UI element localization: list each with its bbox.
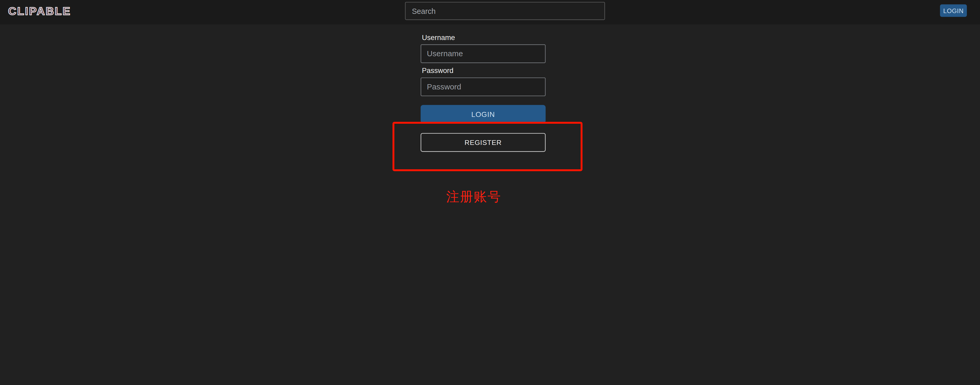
navbar-login-button[interactable]: LOGIN <box>940 5 967 17</box>
register-button[interactable]: REGISTER <box>420 133 546 152</box>
annotation-text: 注册账号 <box>446 189 501 204</box>
username-label: Username <box>422 33 455 42</box>
clipable-logo[interactable]: CLIPABLE <box>8 5 71 18</box>
search-input[interactable] <box>405 2 605 20</box>
password-input[interactable] <box>420 78 546 96</box>
login-button[interactable]: LOGIN <box>420 105 546 123</box>
page: CLIPABLE LOGIN Username Password LOGIN R… <box>0 0 980 385</box>
username-input[interactable] <box>420 44 546 63</box>
navbar: CLIPABLE LOGIN <box>0 0 980 24</box>
password-label: Password <box>422 66 453 75</box>
